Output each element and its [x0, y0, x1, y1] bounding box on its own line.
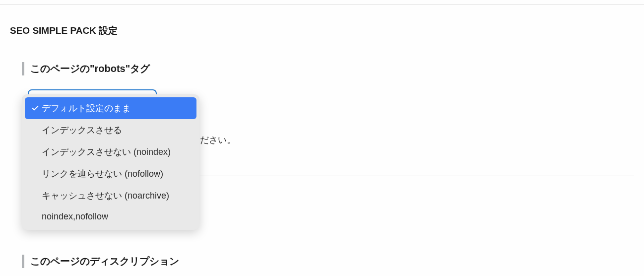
dropdown-option-noarchive[interactable]: キャッシュさせない (noarchive)	[25, 185, 196, 207]
dropdown-option-label: インデックスさせない (noindex)	[41, 146, 171, 158]
dropdown-option-label: インデックスさせる	[41, 124, 122, 136]
dropdown-option-label: noindex,nofollow	[41, 211, 108, 222]
dropdown-option-default[interactable]: デフォルト設定のまま	[25, 97, 196, 119]
dropdown-option-noindex-nofollow[interactable]: noindex,nofollow	[25, 207, 196, 227]
robots-dropdown: デフォルト設定のまま インデックスさせる インデックスさせない (noindex…	[22, 94, 199, 230]
robots-heading: このページの"robots"タグ	[22, 62, 634, 75]
dropdown-option-noindex[interactable]: インデックスさせない (noindex)	[25, 141, 196, 163]
page-title: SEO SIMPLE PACK 設定	[10, 24, 634, 37]
dropdown-option-label: リンクを辿らせない (nofollow)	[41, 168, 163, 180]
robots-section: このページの"robots"タグ デフォルト設定のまま デフォルト設定のまま イ…	[10, 62, 634, 146]
dropdown-option-label: デフォルト設定のまま	[41, 102, 131, 114]
check-icon	[30, 104, 41, 112]
description-heading: このページのディスクリプション	[22, 255, 634, 268]
dropdown-option-nofollow[interactable]: リンクを辿らせない (nofollow)	[25, 163, 196, 185]
dropdown-option-index[interactable]: インデックスさせる	[25, 119, 196, 141]
dropdown-option-label: キャッシュさせない (noarchive)	[41, 190, 169, 202]
